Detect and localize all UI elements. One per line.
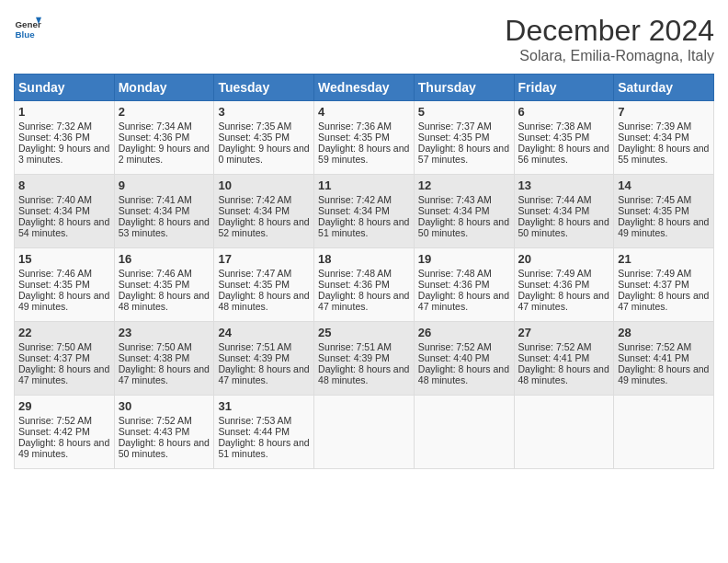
day-number: 10 xyxy=(218,178,310,192)
calendar-cell: 9Sunrise: 7:41 AMSunset: 4:34 PMDaylight… xyxy=(114,175,214,248)
calendar-cell xyxy=(614,396,714,469)
sunrise: Sunrise: 7:46 AM xyxy=(18,268,92,279)
calendar-cell: 8Sunrise: 7:40 AMSunset: 4:34 PMDaylight… xyxy=(15,175,115,248)
calendar-cell: 25Sunrise: 7:51 AMSunset: 4:39 PMDayligh… xyxy=(314,322,415,396)
calendar-cell: 18Sunrise: 7:48 AMSunset: 4:36 PMDayligh… xyxy=(314,248,415,322)
sunrise: Sunrise: 7:50 AM xyxy=(119,341,192,352)
sunrise: Sunrise: 7:49 AM xyxy=(618,268,691,279)
day-number: 19 xyxy=(418,252,510,266)
sunrise: Sunrise: 7:36 AM xyxy=(318,121,392,132)
daylight: Daylight: 8 hours and 49 minutes. xyxy=(618,363,709,385)
daylight: Daylight: 8 hours and 48 minutes. xyxy=(119,290,210,312)
calendar-cell: 2Sunrise: 7:34 AMSunset: 4:36 PMDaylight… xyxy=(114,101,214,175)
sunrise: Sunrise: 7:51 AM xyxy=(218,341,291,352)
calendar-cell: 28Sunrise: 7:52 AMSunset: 4:41 PMDayligh… xyxy=(614,322,714,396)
daylight: Daylight: 8 hours and 47 minutes. xyxy=(518,290,609,312)
sunset: Sunset: 4:36 PM xyxy=(318,279,390,290)
sunset: Sunset: 4:36 PM xyxy=(18,132,90,143)
day-number: 26 xyxy=(418,326,510,339)
sunrise: Sunrise: 7:47 AM xyxy=(218,268,291,279)
day-number: 14 xyxy=(618,178,710,192)
day-number: 30 xyxy=(119,399,210,413)
daylight: Daylight: 8 hours and 48 minutes. xyxy=(318,363,409,385)
day-number: 23 xyxy=(119,326,210,339)
daylight: Daylight: 8 hours and 47 minutes. xyxy=(18,363,109,385)
sunset: Sunset: 4:35 PM xyxy=(318,132,390,143)
day-number: 2 xyxy=(119,105,210,119)
daylight: Daylight: 8 hours and 57 minutes. xyxy=(418,143,509,165)
calendar-cell: 1Sunrise: 7:32 AMSunset: 4:36 PMDaylight… xyxy=(15,101,115,175)
daylight: Daylight: 8 hours and 47 minutes. xyxy=(218,363,309,385)
day-number: 31 xyxy=(218,399,310,413)
sunrise: Sunrise: 7:37 AM xyxy=(418,121,492,132)
calendar-cell: 29Sunrise: 7:52 AMSunset: 4:42 PMDayligh… xyxy=(15,396,115,469)
day-number: 29 xyxy=(18,399,110,413)
sunrise: Sunrise: 7:53 AM xyxy=(218,415,291,426)
calendar-cell: 13Sunrise: 7:44 AMSunset: 4:34 PMDayligh… xyxy=(514,175,614,248)
calendar-cell: 23Sunrise: 7:50 AMSunset: 4:38 PMDayligh… xyxy=(114,322,214,396)
daylight: Daylight: 8 hours and 48 minutes. xyxy=(218,290,309,312)
logo: General Blue xyxy=(14,14,41,41)
calendar-week-5: 29Sunrise: 7:52 AMSunset: 4:42 PMDayligh… xyxy=(15,396,714,469)
calendar-cell: 3Sunrise: 7:35 AMSunset: 4:35 PMDaylight… xyxy=(214,101,314,175)
sunrise: Sunrise: 7:48 AM xyxy=(318,268,392,279)
day-number: 15 xyxy=(18,252,110,266)
calendar-cell: 15Sunrise: 7:46 AMSunset: 4:35 PMDayligh… xyxy=(15,248,115,322)
sunset: Sunset: 4:34 PM xyxy=(518,205,590,216)
sunset: Sunset: 4:35 PM xyxy=(218,132,290,143)
sunrise: Sunrise: 7:32 AM xyxy=(18,121,92,132)
calendar-cell: 12Sunrise: 7:43 AMSunset: 4:34 PMDayligh… xyxy=(414,175,514,248)
daylight: Daylight: 9 hours and 3 minutes. xyxy=(18,143,109,165)
sunrise: Sunrise: 7:44 AM xyxy=(518,194,592,205)
sunrise: Sunrise: 7:46 AM xyxy=(119,268,192,279)
sunset: Sunset: 4:34 PM xyxy=(218,205,290,216)
subtitle: Solara, Emilia-Romagna, Italy xyxy=(505,48,714,64)
sunset: Sunset: 4:36 PM xyxy=(119,132,190,143)
sunset: Sunset: 4:34 PM xyxy=(18,205,90,216)
sunset: Sunset: 4:36 PM xyxy=(518,279,590,290)
sunrise: Sunrise: 7:52 AM xyxy=(119,415,192,426)
daylight: Daylight: 8 hours and 51 minutes. xyxy=(218,437,309,459)
header-day-thursday: Thursday xyxy=(414,75,514,101)
day-number: 1 xyxy=(18,105,110,119)
svg-text:Blue: Blue xyxy=(16,29,36,40)
calendar-cell: 17Sunrise: 7:47 AMSunset: 4:35 PMDayligh… xyxy=(214,248,314,322)
calendar-week-2: 8Sunrise: 7:40 AMSunset: 4:34 PMDaylight… xyxy=(15,175,714,248)
daylight: Daylight: 8 hours and 56 minutes. xyxy=(518,143,609,165)
sunset: Sunset: 4:37 PM xyxy=(18,352,90,363)
sunset: Sunset: 4:35 PM xyxy=(618,205,689,216)
calendar-cell: 30Sunrise: 7:52 AMSunset: 4:43 PMDayligh… xyxy=(114,396,214,469)
sunset: Sunset: 4:34 PM xyxy=(418,205,490,216)
sunset: Sunset: 4:35 PM xyxy=(518,132,590,143)
daylight: Daylight: 8 hours and 49 minutes. xyxy=(18,290,109,312)
calendar-cell: 11Sunrise: 7:42 AMSunset: 4:34 PMDayligh… xyxy=(314,175,415,248)
sunrise: Sunrise: 7:42 AM xyxy=(218,194,291,205)
day-number: 27 xyxy=(518,326,610,339)
day-number: 5 xyxy=(418,105,510,119)
calendar-cell: 10Sunrise: 7:42 AMSunset: 4:34 PMDayligh… xyxy=(214,175,314,248)
daylight: Daylight: 8 hours and 51 minutes. xyxy=(318,216,409,238)
sunset: Sunset: 4:44 PM xyxy=(218,426,290,437)
daylight: Daylight: 8 hours and 50 minutes. xyxy=(418,216,509,238)
header-day-monday: Monday xyxy=(114,75,214,101)
header-row: SundayMondayTuesdayWednesdayThursdayFrid… xyxy=(15,75,714,101)
header: General Blue December 2024 Solara, Emili… xyxy=(14,14,714,64)
sunset: Sunset: 4:37 PM xyxy=(618,279,689,290)
calendar-cell: 6Sunrise: 7:38 AMSunset: 4:35 PMDaylight… xyxy=(514,101,614,175)
daylight: Daylight: 8 hours and 49 minutes. xyxy=(18,437,109,459)
day-number: 13 xyxy=(518,178,610,192)
day-number: 17 xyxy=(218,252,310,266)
sunset: Sunset: 4:36 PM xyxy=(418,279,490,290)
sunset: Sunset: 4:41 PM xyxy=(518,352,590,363)
day-number: 6 xyxy=(518,105,610,119)
sunrise: Sunrise: 7:35 AM xyxy=(218,121,291,132)
logo-icon: General Blue xyxy=(14,14,41,41)
header-day-friday: Friday xyxy=(514,75,614,101)
calendar-table: SundayMondayTuesdayWednesdayThursdayFrid… xyxy=(14,74,714,469)
daylight: Daylight: 8 hours and 50 minutes. xyxy=(119,437,210,459)
day-number: 25 xyxy=(318,326,410,339)
title-area: December 2024 Solara, Emilia-Romagna, It… xyxy=(505,14,714,64)
daylight: Daylight: 8 hours and 47 minutes. xyxy=(618,290,709,312)
sunrise: Sunrise: 7:41 AM xyxy=(119,194,192,205)
calendar-cell: 4Sunrise: 7:36 AMSunset: 4:35 PMDaylight… xyxy=(314,101,415,175)
